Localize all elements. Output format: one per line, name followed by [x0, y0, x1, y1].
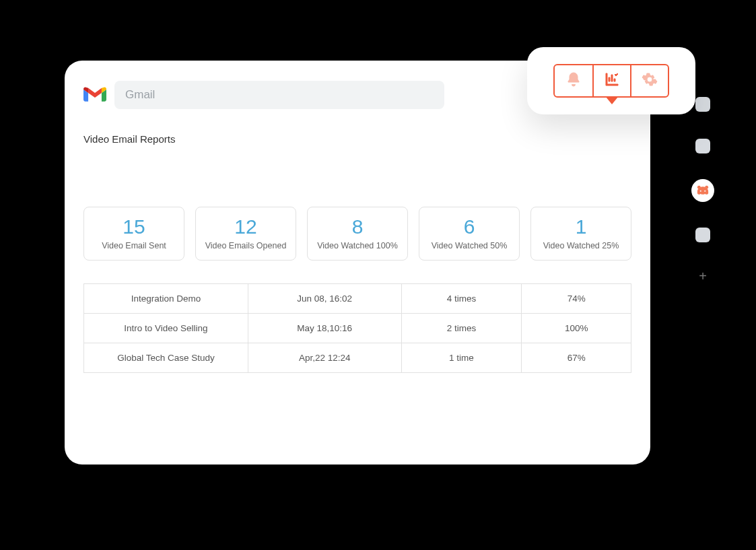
stat-label: Video Emails Opened: [201, 241, 290, 250]
cell-pct: 100%: [522, 314, 631, 343]
analytics-button[interactable]: [592, 65, 630, 96]
stat-card-watched-50: 6 Video Watched 50%: [419, 207, 520, 261]
cell-views: 1 time: [401, 343, 522, 373]
search-placeholder: Gmail: [125, 88, 155, 102]
stats-row: 15 Video Email Sent 12 Video Emails Open…: [83, 207, 631, 261]
svg-point-1: [697, 186, 701, 189]
stat-value: 8: [313, 215, 402, 238]
main-panel: Gmail Video Email Reports 15 Video Email…: [65, 61, 650, 465]
cell-views: 2 times: [401, 314, 522, 343]
stat-value: 15: [90, 215, 178, 238]
stat-value: 1: [537, 215, 625, 238]
chart-icon: [604, 71, 620, 90]
svg-point-2: [705, 186, 708, 189]
settings-button[interactable]: [630, 65, 668, 96]
rail-app-1[interactable]: [695, 97, 710, 112]
cell-date: Apr,22 12:24: [248, 343, 401, 373]
cell-pct: 74%: [522, 284, 631, 314]
caret-down-icon: [606, 97, 618, 104]
svg-point-4: [704, 191, 706, 192]
cell-title: Global Tech Case Study: [84, 343, 248, 373]
rail-app-hippo[interactable]: [693, 180, 713, 201]
toolbar-popover: [527, 47, 695, 114]
stat-card-sent: 15 Video Email Sent: [83, 207, 184, 261]
search-input[interactable]: Gmail: [114, 81, 444, 109]
gmail-logo-icon: [83, 86, 106, 104]
rail-app-2[interactable]: [695, 139, 710, 153]
svg-rect-6: [704, 194, 706, 195]
stat-value: 12: [201, 215, 290, 238]
gear-icon: [642, 71, 658, 90]
cell-pct: 67%: [522, 343, 631, 373]
stat-card-watched-25: 1 Video Watched 25%: [530, 207, 631, 261]
stat-label: Video Watched 25%: [537, 241, 625, 250]
cell-date: May 18,10:16: [248, 314, 401, 343]
page-title: Video Email Reports: [83, 133, 631, 145]
cell-date: Jun 08, 16:02: [248, 284, 401, 314]
cell-title: Integration Demo: [84, 284, 248, 314]
bell-icon: [565, 71, 582, 90]
toolbar-segment: [553, 64, 669, 98]
stat-card-watched-100: 8 Video Watched 100%: [307, 207, 408, 261]
right-rail: +: [693, 97, 713, 283]
table-row[interactable]: Global Tech Case Study Apr,22 12:24 1 ti…: [84, 343, 631, 373]
stat-value: 6: [425, 215, 514, 238]
cell-views: 4 times: [401, 284, 522, 314]
cell-title: Intro to Video Selling: [84, 314, 248, 343]
stat-card-opened: 12 Video Emails Opened: [195, 207, 296, 261]
rail-app-3[interactable]: [695, 228, 710, 242]
notifications-button[interactable]: [555, 65, 592, 96]
table-row[interactable]: Integration Demo Jun 08, 16:02 4 times 7…: [84, 284, 631, 314]
rail-add-button[interactable]: +: [699, 269, 707, 283]
svg-rect-5: [700, 194, 701, 195]
reports-table: Integration Demo Jun 08, 16:02 4 times 7…: [83, 283, 631, 373]
table-row[interactable]: Intro to Video Selling May 18,10:16 2 ti…: [84, 314, 631, 343]
stat-label: Video Watched 50%: [425, 241, 514, 250]
stat-label: Video Email Sent: [90, 241, 178, 250]
svg-point-3: [700, 191, 701, 192]
stat-label: Video Watched 100%: [313, 241, 402, 250]
